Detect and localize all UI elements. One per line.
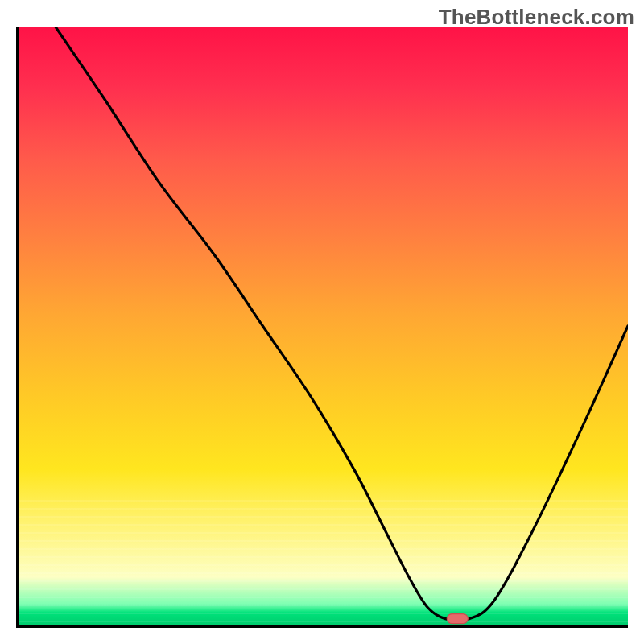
optimal-marker xyxy=(447,614,468,624)
curve-svg xyxy=(19,27,628,625)
bottleneck-curve-path xyxy=(56,27,628,621)
plot-area xyxy=(16,27,628,628)
watermark-text: TheBottleneck.com xyxy=(439,5,634,30)
chart-stage: TheBottleneck.com xyxy=(0,0,644,644)
